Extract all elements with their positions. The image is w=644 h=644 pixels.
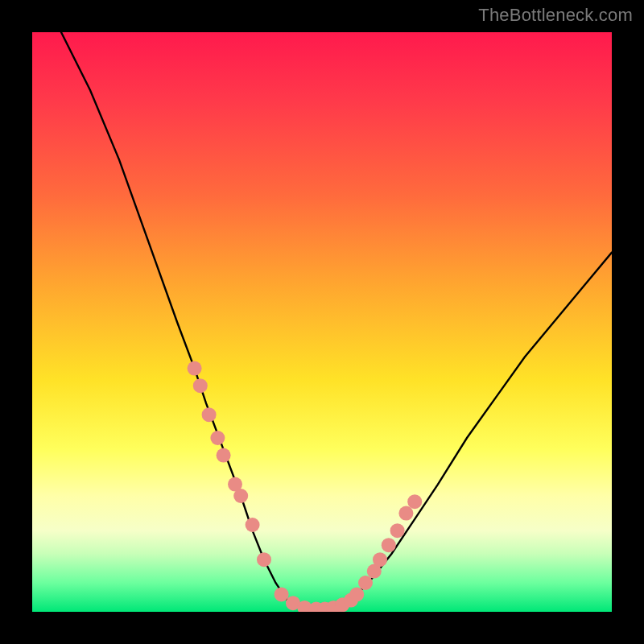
marker-dot xyxy=(349,587,364,601)
marker-dot xyxy=(398,506,413,521)
marker-dot xyxy=(233,489,248,503)
bottleneck-curve xyxy=(61,32,612,609)
marker-dot xyxy=(257,552,271,567)
marker-dot xyxy=(188,361,202,376)
marker-dot xyxy=(246,518,260,532)
marker-dot xyxy=(382,538,396,552)
curve-svg xyxy=(32,32,612,612)
attribution-label: TheBottleneck.com xyxy=(478,5,633,26)
marker-dot xyxy=(275,587,289,601)
curve-path-group xyxy=(61,32,612,609)
chart-container: TheBottleneck.com xyxy=(0,0,644,644)
plot-area xyxy=(32,32,612,612)
marker-dot xyxy=(358,576,373,590)
marker-dot xyxy=(210,431,225,445)
marker-dot xyxy=(193,378,208,393)
marker-dot xyxy=(373,552,387,567)
marker-dot xyxy=(202,407,217,422)
marker-dot xyxy=(407,494,422,509)
marker-dot xyxy=(390,523,405,538)
markers-group xyxy=(188,361,423,612)
marker-dot xyxy=(217,448,231,463)
